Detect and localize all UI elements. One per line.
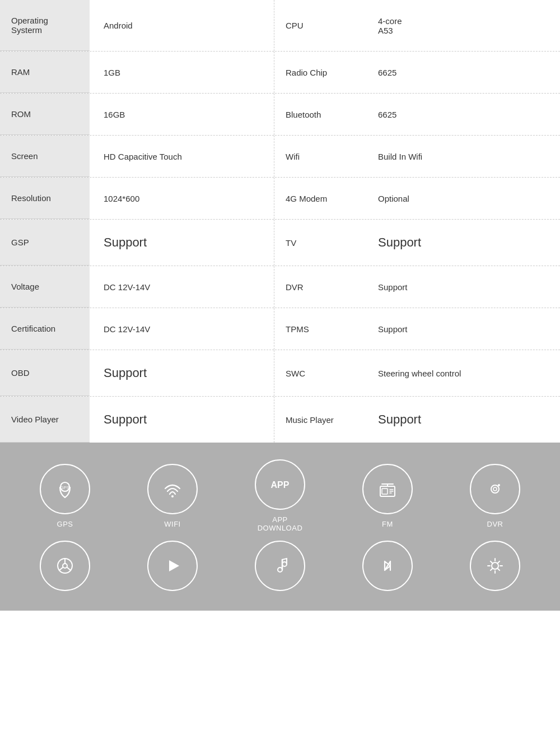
spec-label-1: RAM	[0, 52, 90, 93]
spec-value2-0: 4-coreA53	[364, 0, 560, 51]
spec-value-5: Support	[90, 220, 274, 266]
svg-line-18	[67, 567, 71, 571]
footer-area: GPS GPS WIFI APP	[0, 443, 560, 611]
spec-value2-6: Support	[364, 266, 560, 308]
spec-label2-7: TPMS	[274, 308, 364, 350]
svg-text:APP: APP	[271, 480, 290, 490]
svg-point-13	[498, 484, 500, 486]
spec-value2-9: Support	[364, 397, 560, 443]
spec-row-6: Voltage DC 12V-14V DVR Support	[0, 266, 560, 308]
spec-label-3: Screen	[0, 136, 90, 177]
spec-label2-1: Radio Chip	[274, 52, 364, 93]
fm-icon-circle	[362, 464, 413, 514]
spec-label2-0: CPU	[274, 0, 364, 51]
spec-value2-2: 6625	[364, 94, 560, 135]
icon-item-wifi: WIFI	[142, 464, 203, 528]
spec-label-5: GSP	[0, 220, 90, 266]
spec-row-7: Certification DC 12V-14V TPMS Support	[0, 308, 560, 350]
spec-value-0: Android	[90, 0, 274, 51]
svg-rect-7	[382, 489, 388, 494]
wifi-icon-circle	[147, 464, 198, 514]
icon-item-bluetooth	[357, 541, 418, 591]
spec-label2-2: Bluetooth	[274, 94, 364, 135]
spec-row-1: RAM 1GB Radio Chip 6625	[0, 52, 560, 94]
spec-label-2: ROM	[0, 94, 90, 135]
icon-item-play	[142, 541, 203, 591]
svg-marker-19	[169, 560, 179, 571]
fm-label: FM	[382, 520, 393, 528]
spec-label2-3: Wifi	[274, 136, 364, 177]
wifi-label: WIFI	[164, 520, 180, 528]
spec-row-4: Resolution 1024*600 4G Modem Optional	[0, 178, 560, 220]
gps-label: GPS	[57, 520, 73, 528]
settings-icon-circle	[470, 541, 520, 591]
icon-item-fm: FM	[357, 464, 418, 528]
icon-item-gps: GPS GPS	[34, 464, 96, 528]
spec-row-9: Video Player Support Music Player Suppor…	[0, 397, 560, 443]
spec-value-1: 1GB	[90, 52, 274, 93]
svg-text:GPS: GPS	[60, 485, 70, 490]
spec-value-7: DC 12V-14V	[90, 308, 274, 350]
spec-value2-4: Optional	[364, 178, 560, 219]
svg-point-2	[171, 495, 174, 497]
spec-value-8: Support	[90, 350, 274, 396]
icon-row-1: GPS GPS WIFI APP	[11, 459, 549, 532]
spec-row-3: Screen HD Capacitive Touch Wifi Build In…	[0, 136, 560, 178]
spec-label-0: Operating Systerm	[0, 0, 90, 51]
steering-icon-circle	[40, 541, 90, 591]
spec-value2-7: Support	[364, 308, 560, 350]
spec-label-6: Voltage	[0, 266, 90, 308]
spec-label-4: Resolution	[0, 178, 90, 219]
spec-label2-5: TV	[274, 220, 364, 266]
app-icon-circle: APP	[255, 459, 305, 510]
bluetooth-icon-circle	[362, 541, 413, 591]
icon-item-music	[249, 541, 311, 591]
spec-value2-8: Steering wheel control	[364, 350, 560, 396]
spec-label2-9: Music Player	[274, 397, 364, 443]
spec-label-7: Certification	[0, 308, 90, 350]
spec-value2-3: Build In Wifi	[364, 136, 560, 177]
spec-value2-1: 6625	[364, 52, 560, 93]
dvr-label: DVR	[487, 520, 503, 528]
spec-label2-6: DVR	[274, 266, 364, 308]
spec-label2-8: SWC	[274, 350, 364, 396]
spec-value2-5: Support	[364, 220, 560, 266]
spec-value-3: HD Capacitive Touch	[90, 136, 274, 177]
spec-row-5: GSP Support TV Support	[0, 220, 560, 266]
play-icon-circle	[147, 541, 198, 591]
svg-point-22	[492, 562, 498, 569]
icon-item-settings	[464, 541, 526, 591]
svg-point-12	[493, 487, 497, 491]
spec-row-8: OBD Support SWC Steering wheel control	[0, 350, 560, 397]
icon-item-dvr: DVR	[464, 464, 526, 528]
spec-label-9: Video Player	[0, 397, 90, 443]
spec-value-2: 16GB	[90, 94, 274, 135]
icon-item-app: APP APP DOWNLOAD	[249, 459, 311, 532]
spec-row-2: ROM 16GB Bluetooth 6625	[0, 94, 560, 136]
svg-line-17	[59, 567, 63, 571]
spec-row-0: Operating Systerm Android CPU 4-coreA53	[0, 0, 560, 52]
icon-item-steering	[34, 541, 96, 591]
app-label: APP DOWNLOAD	[249, 515, 311, 532]
spec-value-9: Support	[90, 397, 274, 443]
spec-label-8: OBD	[0, 350, 90, 396]
svg-point-11	[491, 485, 499, 493]
spec-label2-4: 4G Modem	[274, 178, 364, 219]
gps-icon-circle: GPS	[40, 464, 90, 514]
spec-value-4: 1024*600	[90, 178, 274, 219]
spec-value-6: DC 12V-14V	[90, 266, 274, 308]
music-icon-circle	[255, 541, 305, 591]
icon-row-2	[11, 541, 549, 591]
dvr-icon-circle	[470, 464, 520, 514]
